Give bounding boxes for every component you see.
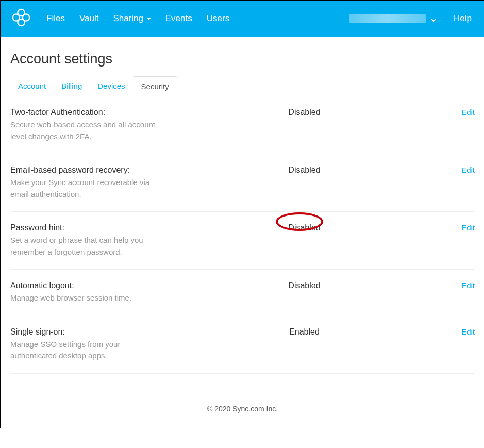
user-name-redacted <box>349 14 426 23</box>
nav-events[interactable]: Events <box>165 13 192 24</box>
nav-sharing[interactable]: Sharing <box>113 13 151 24</box>
footer-text: © 2020 Sync.com Inc. <box>10 405 475 413</box>
autologout-edit-link[interactable]: Edit <box>461 281 475 290</box>
top-navbar: Files Vault Sharing Events Users Help <box>1 1 484 37</box>
section-sso: Single sign-on: Manage SSO settings from… <box>10 316 475 374</box>
nav-sharing-label: Sharing <box>113 13 143 23</box>
sync-logo-icon <box>11 8 31 29</box>
nav-vault[interactable]: Vault <box>79 13 99 24</box>
main-content: Account settings Account Billing Devices… <box>1 51 484 428</box>
autologout-status: Disabled <box>165 281 444 304</box>
email-recovery-edit-link[interactable]: Edit <box>461 165 475 174</box>
tab-security[interactable]: Security <box>133 76 177 96</box>
svg-point-2 <box>13 14 20 21</box>
sso-desc: Manage SSO settings from your authentica… <box>10 339 165 362</box>
twofa-title: Two-factor Authentication: <box>10 108 165 117</box>
twofa-status: Disabled <box>165 108 444 142</box>
page-title: Account settings <box>10 51 475 67</box>
autologout-desc: Manage web browser session time. <box>10 292 165 304</box>
settings-tabs: Account Billing Devices Security <box>10 76 475 96</box>
nav-help[interactable]: Help <box>454 13 472 24</box>
svg-point-3 <box>23 14 29 21</box>
tab-account[interactable]: Account <box>10 76 54 96</box>
section-email-recovery: Email-based password recovery: Make your… <box>10 154 475 212</box>
autologout-title: Automatic logout: <box>10 281 165 290</box>
twofa-edit-link[interactable]: Edit <box>461 108 475 117</box>
section-password-hint: Password hint: Set a word or phrase that… <box>10 212 475 270</box>
pwhint-status: Disabled <box>165 223 444 258</box>
nav-users[interactable]: Users <box>207 13 229 24</box>
tab-devices[interactable]: Devices <box>90 76 132 96</box>
section-two-factor: Two-factor Authentication: Secure web-ba… <box>10 96 475 154</box>
sso-status: Enabled <box>165 327 444 362</box>
tab-billing[interactable]: Billing <box>54 76 90 96</box>
chevron-down-icon <box>430 16 436 21</box>
pwhint-title: Password hint: <box>10 223 165 233</box>
pwhint-desc: Set a word or phrase that can help you r… <box>10 235 165 258</box>
caret-down-icon <box>147 18 151 20</box>
sso-edit-link[interactable]: Edit <box>461 327 475 336</box>
email-recovery-status: Disabled <box>165 165 444 200</box>
section-auto-logout: Automatic logout: Manage web browser ses… <box>10 270 475 316</box>
nav-files[interactable]: Files <box>46 13 65 24</box>
nav-links: Files Vault Sharing Events Users <box>46 13 229 24</box>
sso-title: Single sign-on: <box>10 327 165 337</box>
pwhint-edit-link[interactable]: Edit <box>461 223 475 232</box>
email-recovery-title: Email-based password recovery: <box>10 165 165 175</box>
email-recovery-desc: Make your Sync account recoverable via e… <box>10 177 165 200</box>
twofa-desc: Secure web-based access and all account … <box>10 119 165 142</box>
user-menu-dropdown[interactable] <box>349 14 436 23</box>
